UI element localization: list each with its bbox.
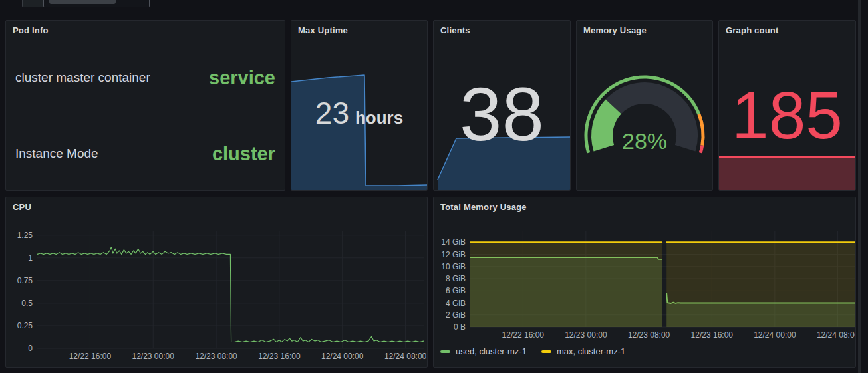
svg-text:4 GiB: 4 GiB — [446, 299, 466, 308]
toolbar-control-partial[interactable] — [22, 0, 43, 7]
clients-value: 38 — [434, 21, 570, 190]
svg-text:12/24 00:00: 12/24 00:00 — [754, 330, 796, 340]
svg-text:12/23 16:00: 12/23 16:00 — [691, 330, 734, 340]
legend-series-marker — [541, 350, 551, 353]
svg-text:0: 0 — [28, 344, 33, 353]
svg-text:6 GiB: 6 GiB — [446, 286, 466, 295]
svg-text:0.75: 0.75 — [17, 276, 33, 285]
max-uptime-value: 23 hours — [291, 95, 427, 131]
svg-text:0.25: 0.25 — [17, 321, 33, 330]
panel-graph-count: Graph count 185 — [718, 20, 856, 191]
legend-label: max, cluster-mz-1 — [557, 346, 625, 356]
svg-text:10 GiB: 10 GiB — [441, 262, 466, 271]
legend-series-marker — [440, 350, 450, 353]
max-uptime-number: 23 — [315, 95, 349, 131]
pod-info-value: cluster — [212, 143, 275, 165]
svg-text:14 GiB: 14 GiB — [441, 237, 466, 247]
pod-info-row: Instance Mode cluster — [15, 139, 275, 168]
svg-text:12/24 00:00: 12/24 00:00 — [321, 352, 364, 361]
max-uptime-unit: hours — [355, 108, 403, 128]
toolbar-input-value-pill — [49, 0, 116, 4]
svg-text:12/24 08:00: 12/24 08:00 — [384, 352, 427, 361]
svg-text:8 GiB: 8 GiB — [446, 274, 466, 283]
svg-text:1.25: 1.25 — [17, 231, 33, 240]
graph-count-value: 185 — [719, 21, 855, 190]
panel-title-total-memory-usage[interactable]: Total Memory Usage — [440, 202, 527, 212]
chart-legend: used, cluster-mz-1 max, cluster-mz-1 — [440, 346, 625, 356]
panel-memory-usage: Memory Usage 28% — [576, 20, 713, 191]
svg-text:12/22 16:00: 12/22 16:00 — [69, 352, 112, 361]
svg-text:12/23 08:00: 12/23 08:00 — [628, 330, 670, 340]
legend-item-used[interactable]: used, cluster-mz-1 — [440, 346, 527, 356]
svg-text:0 B: 0 B — [454, 322, 466, 332]
svg-text:12/23 08:00: 12/23 08:00 — [195, 352, 237, 361]
svg-text:12/23 00:00: 12/23 00:00 — [565, 330, 607, 340]
pod-info-label: cluster master container — [15, 70, 150, 85]
cpu-chart[interactable]: 00.250.50.7511.2512/22 16:0012/23 00:001… — [6, 197, 428, 368]
grafana-dashboard: Pod Info cluster master container servic… — [0, 0, 868, 373]
memory-usage-gauge[interactable] — [577, 21, 713, 191]
panel-clients: Clients 38 — [433, 20, 571, 191]
panel-title-clients[interactable]: Clients — [440, 25, 470, 35]
toolbar-input-partial[interactable] — [43, 0, 150, 7]
svg-text:12/24 08:00: 12/24 08:00 — [817, 330, 856, 340]
panel-total-memory-usage: Total Memory Usage 0 B2 GiB4 GiB6 GiB8 G… — [433, 197, 856, 368]
panel-title-cpu[interactable]: CPU — [13, 202, 31, 212]
panel-pod-info: Pod Info cluster master container servic… — [5, 20, 285, 191]
page-scrollbar[interactable] — [858, 0, 861, 373]
legend-label: used, cluster-mz-1 — [456, 346, 527, 356]
svg-text:0.5: 0.5 — [21, 299, 33, 308]
pod-info-value: service — [209, 67, 275, 89]
pod-info-label: Instance Mode — [15, 146, 98, 161]
panel-cpu: CPU 00.250.50.7511.2512/22 16:0012/23 00… — [5, 197, 428, 368]
svg-text:1: 1 — [28, 253, 33, 263]
svg-text:12/23 16:00: 12/23 16:00 — [258, 352, 301, 361]
panel-title-max-uptime[interactable]: Max Uptime — [298, 25, 348, 35]
svg-text:12/23 00:00: 12/23 00:00 — [132, 352, 174, 361]
legend-item-max[interactable]: max, cluster-mz-1 — [541, 346, 625, 356]
panel-title-graph-count[interactable]: Graph count — [726, 25, 778, 35]
total-memory-chart[interactable]: 0 B2 GiB4 GiB6 GiB8 GiB10 GiB12 GiB14 Gi… — [434, 197, 856, 368]
svg-text:12 GiB: 12 GiB — [441, 250, 466, 259]
panel-title-pod-info[interactable]: Pod Info — [13, 25, 49, 35]
memory-usage-value: 28% — [577, 128, 712, 154]
panel-max-uptime: Max Uptime 23 hours — [291, 20, 428, 191]
svg-text:2 GiB: 2 GiB — [446, 311, 466, 320]
pod-info-row: cluster master container service — [15, 63, 275, 92]
svg-text:12/22 16:00: 12/22 16:00 — [502, 330, 545, 340]
panel-title-memory-usage[interactable]: Memory Usage — [583, 25, 647, 35]
